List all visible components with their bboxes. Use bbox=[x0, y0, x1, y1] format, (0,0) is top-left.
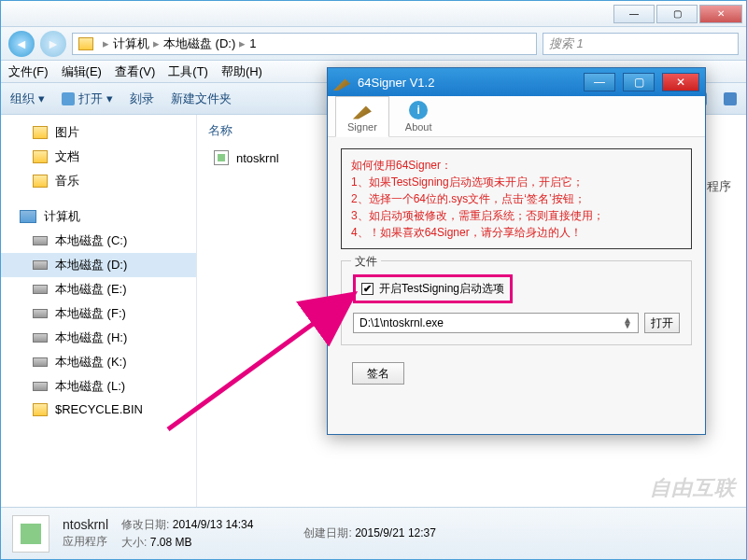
status-modified: 2014/9/13 14:34 bbox=[173, 518, 254, 531]
testsigning-checkbox-row[interactable]: ✔ 开启TestSigning启动选项 bbox=[353, 274, 513, 303]
drive-icon bbox=[33, 285, 48, 294]
back-button[interactable]: ◄ bbox=[8, 31, 35, 57]
sign-button[interactable]: 签名 bbox=[352, 362, 404, 385]
checkbox-label: 开启TestSigning启动选项 bbox=[379, 281, 504, 297]
instruction-line: 1、如果TestSigning启动选项未开启，开启它； bbox=[351, 174, 682, 190]
signer-minimize-button[interactable]: — bbox=[584, 73, 615, 91]
open-file-button[interactable]: 打开 bbox=[644, 313, 680, 333]
sidebar-drive-e[interactable]: 本地磁盘 (E:) bbox=[1, 277, 196, 301]
status-created: 2015/9/21 12:37 bbox=[355, 526, 436, 539]
crumb-root[interactable]: 计算机 bbox=[113, 35, 149, 52]
signer-maximize-button[interactable]: ▢ bbox=[623, 73, 655, 91]
sidebar-drive-f[interactable]: 本地磁盘 (F:) bbox=[1, 301, 196, 326]
music-icon bbox=[33, 175, 48, 188]
toolbar-organize[interactable]: 组织 ▾ bbox=[10, 91, 45, 107]
drive-icon bbox=[33, 382, 48, 391]
drive-icon bbox=[33, 309, 48, 318]
sidebar-recycle[interactable]: $RECYCLE.BIN bbox=[1, 399, 196, 420]
close-button[interactable]: ✕ bbox=[699, 5, 742, 23]
crumb-drive[interactable]: 本地磁盘 (D:) bbox=[163, 35, 235, 52]
minimize-button[interactable]: — bbox=[613, 5, 655, 23]
help-icon[interactable] bbox=[724, 92, 737, 105]
group-legend: 文件 bbox=[351, 254, 381, 270]
sidebar-drive-h[interactable]: 本地磁盘 (H:) bbox=[1, 326, 196, 350]
toolbar-newfolder[interactable]: 新建文件夹 bbox=[171, 91, 232, 107]
pictures-icon bbox=[33, 126, 48, 139]
drive-icon bbox=[33, 260, 48, 270]
documents-icon bbox=[33, 150, 48, 163]
search-placeholder: 搜索 1 bbox=[549, 35, 584, 52]
instruction-line: 2、选择一个64位的.sys文件，点击‘签名’按钮； bbox=[351, 190, 682, 207]
sidebar-drive-d[interactable]: 本地磁盘 (D:) bbox=[1, 253, 196, 277]
instruction-line: 3、如启动项被修改，需重启系统；否则直接使用； bbox=[351, 207, 682, 224]
status-filetype: 应用程序 bbox=[63, 534, 108, 550]
details-pane: ntoskrnl 应用程序 修改日期: 2014/9/13 14:34 大小: … bbox=[1, 507, 746, 559]
explorer-titlebar: — ▢ ✕ bbox=[1, 1, 746, 27]
pen-icon bbox=[353, 101, 372, 119]
search-input[interactable]: 搜索 1 bbox=[543, 33, 739, 55]
address-bar: ◄ ► ▸ 计算机 ▸ 本地磁盘 (D:) ▸ 1 搜索 1 bbox=[1, 27, 746, 61]
menu-tools[interactable]: 工具(T) bbox=[168, 63, 208, 80]
signer-close-button[interactable]: ✕ bbox=[662, 73, 699, 91]
pen-icon bbox=[333, 74, 350, 91]
exe-icon bbox=[214, 150, 229, 165]
computer-icon bbox=[20, 210, 36, 223]
maximize-button[interactable]: ▢ bbox=[656, 5, 698, 23]
drive-icon bbox=[33, 357, 48, 367]
checkbox-icon[interactable]: ✔ bbox=[361, 283, 374, 295]
crumb-folder[interactable]: 1 bbox=[249, 36, 256, 50]
signer-tabs: Signer i About bbox=[328, 96, 705, 137]
file-group: 文件 ✔ 开启TestSigning启动选项 D:\1\ntoskrnl.exe… bbox=[341, 260, 692, 345]
menu-view[interactable]: 查看(V) bbox=[115, 63, 155, 80]
sidebar-item-documents[interactable]: 文档 bbox=[1, 145, 196, 169]
watermark: 自由互联 bbox=[650, 474, 736, 502]
spinner-icon[interactable]: ▲▼ bbox=[623, 317, 632, 329]
folder-icon bbox=[78, 37, 93, 50]
drive-icon bbox=[33, 333, 48, 343]
forward-button[interactable]: ► bbox=[40, 31, 66, 57]
tab-about[interactable]: i About bbox=[393, 96, 444, 137]
signer-title: 64Signer V1.2 bbox=[358, 76, 576, 90]
instruction-line: 4、！如果喜欢64Signer，请分享给身边的人！ bbox=[351, 224, 682, 241]
signer-titlebar[interactable]: 64Signer V1.2 — ▢ ✕ bbox=[328, 68, 705, 96]
file-thumb-icon bbox=[12, 515, 49, 553]
status-size: 7.08 MB bbox=[150, 536, 192, 549]
sidebar-drive-l[interactable]: 本地磁盘 (L:) bbox=[1, 374, 196, 399]
info-icon: i bbox=[409, 101, 428, 119]
file-name: ntoskrnl bbox=[236, 151, 279, 165]
tab-signer[interactable]: Signer bbox=[335, 96, 389, 137]
sidebar-drive-c[interactable]: 本地磁盘 (C:) bbox=[1, 229, 196, 253]
folder-icon bbox=[33, 403, 48, 416]
drive-icon bbox=[33, 236, 48, 245]
toolbar-open[interactable]: 打开 ▾ bbox=[62, 91, 113, 107]
status-filename: ntoskrnl bbox=[63, 517, 108, 532]
sidebar-computer[interactable]: 计算机 bbox=[1, 203, 196, 229]
menu-file[interactable]: 文件(F) bbox=[8, 63, 49, 80]
file-path-input[interactable]: D:\1\ntoskrnl.exe ▲▼ bbox=[353, 313, 639, 333]
open-icon bbox=[62, 92, 75, 105]
instructions-box: 如何使用64Signer： 1、如果TestSigning启动选项未开启，开启它… bbox=[341, 148, 692, 249]
toolbar-burn[interactable]: 刻录 bbox=[130, 91, 154, 107]
sidebar-drive-k[interactable]: 本地磁盘 (K:) bbox=[1, 350, 196, 374]
sidebar-item-pictures[interactable]: 图片 bbox=[1, 120, 196, 145]
sidebar-item-music[interactable]: 音乐 bbox=[1, 169, 196, 193]
menu-edit[interactable]: 编辑(E) bbox=[62, 63, 102, 80]
sidebar: 图片 文档 音乐 计算机 本地磁盘 (C:) 本地磁盘 (D:) 本地磁盘 (E… bbox=[1, 115, 197, 507]
menu-help[interactable]: 帮助(H) bbox=[221, 63, 262, 80]
signer-window: 64Signer V1.2 — ▢ ✕ Signer i About 如何使用6… bbox=[327, 67, 706, 435]
breadcrumb[interactable]: ▸ 计算机 ▸ 本地磁盘 (D:) ▸ 1 bbox=[72, 33, 537, 55]
